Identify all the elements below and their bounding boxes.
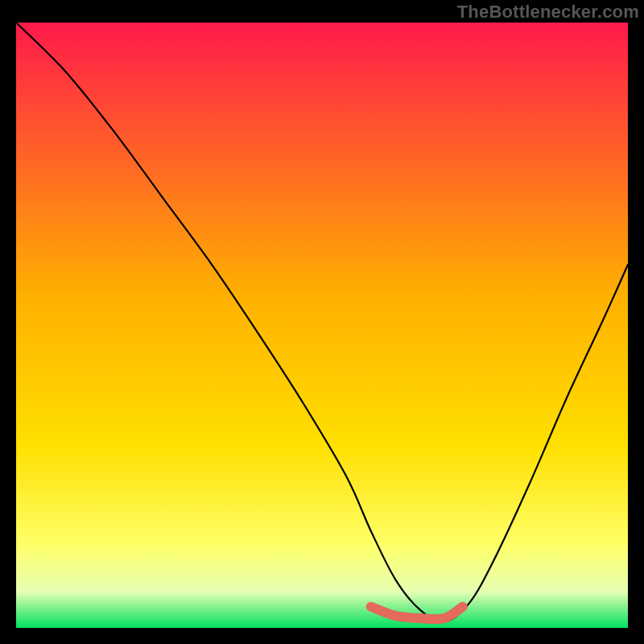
chart-svg [16,23,628,628]
chart-stage: TheBottlenecker.com [0,0,644,644]
plot-background [16,23,628,628]
chart-frame [16,23,628,628]
watermark-text: TheBottlenecker.com [457,2,639,23]
